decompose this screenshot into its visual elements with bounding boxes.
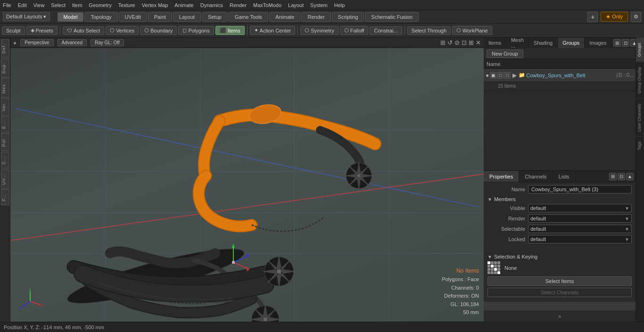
panel-ctrl-2[interactable]: ⊡ — [622, 39, 629, 47]
star-only-button[interactable]: ★ Only — [601, 12, 628, 22]
select-through-button[interactable]: Select Through — [407, 26, 451, 35]
polygons-button[interactable]: ◻ Polygons — [178, 26, 214, 35]
tab-scripting[interactable]: Scripting — [332, 12, 364, 22]
props-ctrl-expand[interactable]: ▲ — [626, 173, 634, 180]
strip-tab-tags[interactable]: Tags — [636, 136, 644, 155]
vis-icon-3[interactable]: □ — [504, 72, 511, 79]
props-tab-lists[interactable]: Lists — [553, 171, 576, 182]
menu-item[interactable]: Item — [72, 2, 82, 8]
menu-animate[interactable]: Animate — [174, 2, 193, 8]
props-tab-channels[interactable]: Channels — [519, 171, 553, 182]
vp-icon-5[interactable]: ⊞ — [469, 39, 474, 46]
tab-gametools[interactable]: Game Tools — [229, 12, 269, 22]
tab-topology[interactable]: Topology — [84, 12, 117, 22]
sidebar-tab-mesh[interactable]: Mes. — [1, 78, 9, 98]
panel-tab-images[interactable]: Images — [585, 38, 611, 48]
settings-button[interactable]: ⚙ — [631, 12, 641, 22]
falloff-button[interactable]: ⬡ Falloff — [340, 26, 369, 35]
sidebar-tab-def[interactable]: Def. — [1, 40, 9, 58]
visible-dropdown[interactable]: default ▼ — [528, 204, 632, 212]
group-expand-icon[interactable]: ▶ — [512, 72, 517, 79]
sculpt-button[interactable]: Sculpt — [2, 26, 25, 35]
action-center-button[interactable]: ✦ Action Center — [250, 26, 296, 35]
expand-arrow[interactable]: » — [484, 310, 636, 322]
locked-dropdown[interactable]: default ▼ — [528, 235, 632, 243]
group-row-cowboy[interactable]: ● ▣ □ □ ▶ 📁 Cowboy_Spurs_with_Belt (3) :… — [484, 69, 636, 82]
add-tab-button[interactable]: + — [587, 12, 598, 22]
menu-help[interactable]: Help — [334, 2, 345, 8]
keying-row: None — [487, 261, 632, 275]
panel-ctrl-expand[interactable]: ▲ — [630, 39, 636, 47]
select-channels-button[interactable]: Select Channels — [487, 288, 632, 297]
menu-render[interactable]: Render — [230, 2, 247, 8]
selectable-dropdown[interactable]: default ▼ — [528, 225, 632, 233]
vp-icon-2[interactable]: ↺ — [447, 39, 453, 46]
scene-canvas[interactable]: No Items Polygons : Face Channels: 0 Def… — [10, 48, 484, 322]
sidebar-tab-uv[interactable]: UV... — [1, 169, 9, 189]
vp-icon-1[interactable]: ⊞ — [440, 39, 446, 46]
perspective-button[interactable]: Perspective — [20, 39, 53, 46]
tab-uvedit[interactable]: UVEdit — [119, 12, 147, 22]
sidebar-tab-dup[interactable]: Dup. — [1, 58, 9, 78]
menu-view[interactable]: View — [33, 2, 45, 8]
panel-tab-items[interactable]: Items — [484, 38, 506, 48]
strip-tab-group-display[interactable]: Group Display — [636, 62, 644, 98]
vertices-button[interactable]: ⬡ Vertices — [106, 26, 139, 35]
sidebar-tab-vert[interactable]: Ver. — [1, 98, 9, 116]
group-name-text[interactable]: Cowboy_Spurs_with_Belt — [526, 73, 615, 78]
group-eye-icon[interactable]: ● — [486, 72, 489, 79]
menu-file[interactable]: File — [3, 2, 11, 8]
vis-icon-2[interactable]: □ — [497, 72, 504, 79]
render-dropdown[interactable]: default ▼ — [528, 214, 632, 223]
boundary-button[interactable]: ⬡ Boundary — [140, 26, 177, 35]
props-ctrl-2[interactable]: ⊡ — [618, 173, 625, 180]
items-button[interactable]: ⬛ Items — [215, 26, 245, 35]
advanced-button[interactable]: Advanced — [58, 39, 87, 46]
vp-icon-4[interactable]: ⊡ — [462, 39, 467, 46]
menu-dynamics[interactable]: Dynamics — [200, 2, 223, 8]
members-section-header[interactable]: ▼ Members — [487, 196, 632, 202]
presets-button[interactable]: ◈ Presets — [26, 26, 58, 35]
sidebar-tab-c[interactable]: C... — [1, 152, 9, 169]
menu-texture[interactable]: Texture — [118, 2, 135, 8]
symmetry-button[interactable]: ⬡ Symmetry — [300, 26, 339, 35]
menu-system[interactable]: System — [310, 2, 328, 8]
panel-ctrl-1[interactable]: ⊞ — [613, 39, 621, 47]
menu-select[interactable]: Select — [51, 2, 66, 8]
sidebar-tab-edit[interactable]: E... — [1, 116, 9, 133]
panel-tab-mesh[interactable]: Mesh ... — [506, 38, 529, 48]
tab-model[interactable]: Model — [58, 12, 84, 22]
tab-setup[interactable]: Setup — [202, 12, 228, 22]
name-input[interactable] — [528, 185, 632, 194]
tab-animate[interactable]: Animate — [269, 12, 300, 22]
sidebar-tab-poly[interactable]: Pol. — [1, 133, 9, 151]
sidebar-tab-f[interactable]: F... — [1, 189, 9, 205]
sel-keying-header[interactable]: ▼ Selection & Keying — [487, 254, 632, 259]
menu-edit[interactable]: Edit — [18, 2, 27, 8]
select-items-button[interactable]: Select Items — [487, 276, 632, 286]
strip-tab-groups[interactable]: Groups — [636, 38, 644, 62]
tab-schematic-fusion[interactable]: Schematic Fusion — [365, 12, 418, 22]
vp-icon-3[interactable]: ⊘ — [454, 39, 460, 46]
layout-dropdown[interactable]: Default Layouts ▾ — [3, 12, 50, 21]
vis-icon-1[interactable]: ▣ — [490, 72, 496, 79]
menu-maxtomodo[interactable]: MaxToModo — [253, 2, 281, 8]
workplane-button[interactable]: ⬡ WorkPlane — [452, 26, 492, 35]
constraints-button[interactable]: Constrai... — [370, 26, 402, 35]
keying-grid[interactable] — [487, 261, 501, 275]
ray-gl-button[interactable]: Ray GL: Off — [91, 39, 124, 46]
tab-render[interactable]: Render — [301, 12, 330, 22]
vp-icon-6[interactable]: ✕ — [476, 39, 481, 46]
props-ctrl-1[interactable]: ⊞ — [609, 173, 617, 180]
auto-select-button[interactable]: 🛡 Auto Select — [63, 26, 104, 35]
menu-geometry[interactable]: Geometry — [89, 2, 111, 8]
tab-paint[interactable]: Paint — [148, 12, 172, 22]
props-tab-properties[interactable]: Properties — [484, 171, 519, 182]
strip-tab-user-channels[interactable]: User Channels — [636, 98, 644, 137]
menu-layout[interactable]: Layout — [288, 2, 304, 8]
tab-layout[interactable]: Layout — [173, 12, 201, 22]
menu-vertex-map[interactable]: Vertex Map — [142, 2, 168, 8]
panel-tab-groups[interactable]: Groups — [558, 38, 585, 48]
panel-tab-shading[interactable]: Shading — [529, 38, 558, 48]
new-group-button[interactable]: New Group — [487, 49, 523, 58]
